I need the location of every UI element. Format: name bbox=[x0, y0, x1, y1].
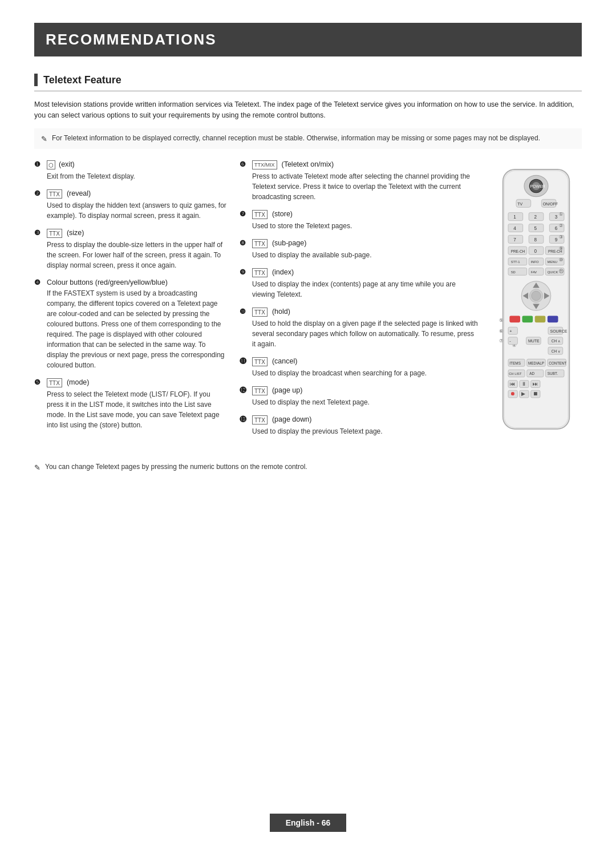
bottom-note-text: You can change Teletext pages by pressin… bbox=[45, 462, 307, 474]
feature-desc-2: Used to display the hidden text (answers… bbox=[47, 200, 228, 221]
feature-num-11: ⓫ bbox=[240, 357, 249, 365]
feature-desc-13: Used to display the previous Teletext pa… bbox=[252, 426, 479, 436]
svg-text:CONTENT: CONTENT bbox=[549, 361, 566, 365]
feature-num-4: ❹ bbox=[34, 278, 43, 286]
svg-text:TV: TV bbox=[517, 202, 522, 206]
feature-item-11: ⓫ TTX (cancel) Used to display the broad… bbox=[240, 357, 479, 378]
svg-text:9: 9 bbox=[555, 237, 558, 242]
svg-text:MEDIALP: MEDIALP bbox=[528, 361, 544, 365]
svg-text:INFO: INFO bbox=[531, 261, 539, 264]
section-title-bar bbox=[34, 74, 38, 86]
feature-header-4: ❹ Colour buttons (red/green/yellow/blue) bbox=[34, 278, 228, 286]
feature-num-12: ⓬ bbox=[240, 386, 249, 394]
svg-text:⏺: ⏺ bbox=[510, 391, 516, 397]
feature-item-3: ❸ TTX (size) Press to display the double… bbox=[34, 229, 228, 270]
svg-text:1: 1 bbox=[513, 215, 516, 220]
feature-label-12: (page up) bbox=[272, 386, 303, 394]
svg-text:⏸: ⏸ bbox=[521, 381, 526, 387]
feature-item-10: ❿ TTX (hold) Used to hold the display on… bbox=[240, 308, 479, 349]
page-wrapper: RECOMMENDATIONS Teletext Feature Most te… bbox=[0, 0, 616, 519]
feature-item-13: ⓭ TTX (page down) Used to display the pr… bbox=[240, 415, 479, 436]
svg-text:6: 6 bbox=[555, 226, 558, 231]
svg-text:▶: ▶ bbox=[521, 391, 525, 397]
feature-icon-hold: TTX bbox=[252, 308, 268, 317]
svg-text:SD: SD bbox=[511, 270, 516, 274]
svg-text:3: 3 bbox=[555, 215, 558, 220]
left-features: ❶ ⬡ (exit) Exit from the Teletext displa… bbox=[34, 160, 228, 444]
feature-icon-store: TTX bbox=[252, 210, 268, 219]
svg-text:SOURCE: SOURCE bbox=[550, 329, 567, 333]
feature-label-9: (index) bbox=[272, 268, 294, 276]
feature-desc-8: Used to display the available sub-page. bbox=[252, 250, 479, 260]
feature-icon-onmix: TTX/MIX bbox=[252, 160, 277, 169]
svg-text:8: 8 bbox=[534, 237, 537, 242]
svg-text:7: 7 bbox=[513, 237, 516, 242]
feature-label-4: Colour buttons (red/green/yellow/blue) bbox=[47, 278, 168, 286]
svg-text:②: ② bbox=[559, 224, 563, 229]
svg-text:⑩: ⑩ bbox=[559, 257, 563, 262]
feature-header-2: ❷ TTX (reveal) bbox=[34, 189, 228, 199]
feature-label-3: (size) bbox=[67, 229, 84, 237]
feature-icon-pageup: TTX bbox=[252, 386, 268, 395]
svg-text:⑨: ⑨ bbox=[559, 246, 563, 251]
svg-text:POWER: POWER bbox=[530, 185, 545, 189]
feature-num-9: ❾ bbox=[240, 268, 249, 276]
feature-desc-9: Used to display the index (contents) pag… bbox=[252, 279, 479, 300]
svg-text:+: + bbox=[509, 329, 512, 333]
feature-item-8: ❽ TTX (sub-page) Used to display the ava… bbox=[240, 239, 479, 260]
svg-text:STT-1: STT-1 bbox=[511, 261, 520, 264]
feature-header-12: ⓬ TTX (page up) bbox=[240, 386, 479, 395]
svg-text:⏮: ⏮ bbox=[510, 381, 516, 387]
feature-header-10: ❿ TTX (hold) bbox=[240, 308, 479, 317]
feature-num-5: ❺ bbox=[34, 378, 43, 386]
svg-text:AD: AD bbox=[529, 372, 534, 376]
svg-text:CH ∧: CH ∧ bbox=[552, 339, 560, 343]
feature-desc-4: If the FASTEXT system is used by a broad… bbox=[47, 288, 228, 370]
svg-point-52 bbox=[532, 292, 541, 301]
feature-icon-reveal: TTX bbox=[47, 189, 62, 199]
feature-desc-6: Press to activate Teletext mode after se… bbox=[252, 171, 479, 202]
svg-text:⑥: ⑥ bbox=[499, 329, 503, 334]
svg-text:⏹: ⏹ bbox=[533, 391, 538, 397]
feature-label-2: (reveal) bbox=[67, 189, 91, 197]
feature-label-10: (hold) bbox=[272, 308, 290, 316]
feature-header-3: ❸ TTX (size) bbox=[34, 229, 228, 238]
svg-text:⏭: ⏭ bbox=[533, 381, 538, 387]
feature-header-9: ❾ TTX (index) bbox=[240, 268, 479, 277]
feature-label-5: (mode) bbox=[67, 378, 90, 386]
svg-text:SUBT.: SUBT. bbox=[548, 372, 558, 376]
svg-text:③: ③ bbox=[559, 235, 563, 240]
remote-column: POWER TV ON/OFF 1 2 3 4 5 bbox=[491, 160, 582, 444]
feature-header-7: ❼ TTX (store) bbox=[240, 210, 479, 219]
svg-rect-59 bbox=[509, 316, 520, 323]
feature-desc-10: Used to hold the display on a given page… bbox=[252, 318, 479, 349]
feature-header-6: ❻ TTX/MIX (Teletext on/mix) bbox=[240, 160, 479, 169]
feature-desc-11: Used to display the broadcast when searc… bbox=[252, 368, 479, 378]
page-footer: English - 66 bbox=[0, 814, 616, 832]
svg-text:MUTE: MUTE bbox=[528, 339, 540, 343]
feature-num-3: ❸ bbox=[34, 229, 43, 237]
svg-text:2: 2 bbox=[534, 215, 537, 220]
footer-badge: English - 66 bbox=[270, 814, 347, 832]
feature-icon-pagedown: TTX bbox=[252, 415, 268, 424]
feature-desc-1: Exit from the Teletext display. bbox=[47, 171, 228, 181]
feature-desc-5: Press to select the Teletext mode (LIST/… bbox=[47, 389, 228, 430]
feature-item-4: ❹ Colour buttons (red/green/yellow/blue)… bbox=[34, 278, 228, 370]
svg-text:FAV: FAV bbox=[531, 270, 537, 274]
svg-text:0: 0 bbox=[534, 249, 537, 254]
intro-paragraph: Most television stations provide written… bbox=[34, 99, 582, 122]
feature-item-12: ⓬ TTX (page up) Used to display the next… bbox=[240, 386, 479, 407]
main-content: ❶ ⬡ (exit) Exit from the Teletext displa… bbox=[34, 160, 582, 444]
svg-text:①: ① bbox=[559, 212, 563, 217]
feature-num-10: ❿ bbox=[240, 308, 249, 316]
svg-text:CH LIST: CH LIST bbox=[509, 373, 522, 376]
feature-num-6: ❻ bbox=[240, 160, 249, 168]
feature-num-2: ❷ bbox=[34, 189, 43, 197]
feature-icon-exit: ⬡ bbox=[47, 160, 55, 169]
svg-text:MENU: MENU bbox=[548, 261, 557, 264]
feature-item-9: ❾ TTX (index) Used to display the index … bbox=[240, 268, 479, 300]
svg-rect-62 bbox=[548, 316, 558, 323]
feature-icon-cancel: TTX bbox=[252, 357, 268, 366]
page-title: RECOMMENDATIONS bbox=[46, 31, 570, 48]
feature-item-2: ❷ TTX (reveal) Used to display the hidde… bbox=[34, 189, 228, 221]
